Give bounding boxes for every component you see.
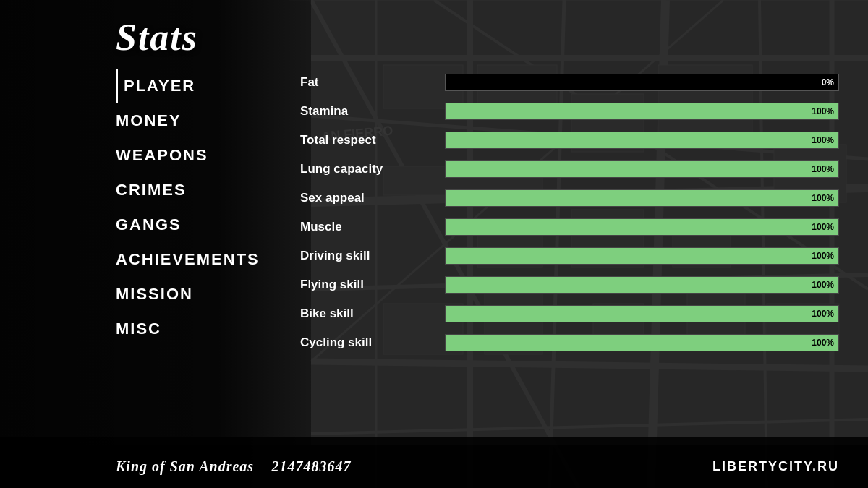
stat-bar-fill: 100% <box>446 161 838 177</box>
stat-bar-fill: 100% <box>446 190 838 206</box>
stat-value: 100% <box>812 251 834 261</box>
stat-bar-container: 100% <box>445 218 839 236</box>
stat-bar-bg: 100% <box>445 334 839 351</box>
stat-bar-container: 100% <box>445 160 839 178</box>
stat-bar-bg: 100% <box>445 276 839 294</box>
player-score: 2147483647 <box>272 458 352 474</box>
stat-name: Stamina <box>300 104 445 119</box>
title-area: Stats <box>0 0 868 66</box>
nav-item-crimes[interactable]: CRIMES <box>116 174 300 207</box>
stat-name: Lung capacity <box>300 162 445 176</box>
stat-bar-bg: 100% <box>445 189 839 207</box>
stat-row-7: Flying skill100% <box>300 272 839 298</box>
stat-bar-bg: 100% <box>445 218 839 236</box>
stat-value: 100% <box>812 309 834 319</box>
stat-bar-container: 100% <box>445 189 839 207</box>
stat-value: 0% <box>822 77 834 87</box>
stat-bar-container: 100% <box>445 305 839 322</box>
stat-row-2: Total respect100% <box>300 127 839 153</box>
stat-value: 100% <box>812 222 834 232</box>
stat-name: Driving skill <box>300 249 445 263</box>
bottom-bar: King of San Andreas 2147483647 LibertyCi… <box>0 445 868 488</box>
liberty-city-logo: LibertyCity.ru <box>712 459 839 474</box>
stat-name: Sex appeal <box>300 191 445 205</box>
nav-item-gangs[interactable]: GANGS <box>116 208 300 241</box>
stat-bar-bg: 100% <box>445 160 839 178</box>
stats-panel: Fat0%Stamina100%Total respect100%Lung ca… <box>300 66 868 445</box>
stat-value: 100% <box>812 164 834 174</box>
stat-name: Flying skill <box>300 278 445 292</box>
stat-bar-fill: 100% <box>446 219 838 235</box>
nav-item-money[interactable]: MONEY <box>116 104 300 137</box>
stat-name: Cycling skill <box>300 335 445 350</box>
stat-row-6: Driving skill100% <box>300 243 839 269</box>
stat-bar-container: 100% <box>445 247 839 265</box>
stat-name: Muscle <box>300 220 445 234</box>
stat-name: Bike skill <box>300 307 445 321</box>
stat-bar-container: 100% <box>445 276 839 294</box>
stat-row-1: Stamina100% <box>300 98 839 124</box>
player-title: King of San Andreas <box>116 458 254 474</box>
stat-value: 100% <box>812 106 834 116</box>
stat-bar-bg: 100% <box>445 103 839 120</box>
main-content: PLAYERMONEYWEAPONSCRIMESGANGSACHIEVEMENT… <box>0 66 868 488</box>
stat-bar-fill: 100% <box>446 277 838 293</box>
stat-bar-fill: 100% <box>446 103 838 119</box>
nav-item-achievements[interactable]: ACHIEVEMENTS <box>116 243 300 276</box>
stat-bar-fill: 100% <box>446 132 838 148</box>
stat-bar-container: 100% <box>445 334 839 351</box>
stat-row-9: Cycling skill100% <box>300 330 839 356</box>
stat-row-4: Sex appeal100% <box>300 185 839 211</box>
stat-bar-bg: 0% <box>445 74 839 91</box>
stat-value: 100% <box>812 193 834 203</box>
page-title: Stats <box>116 17 198 58</box>
nav-item-misc[interactable]: MISC <box>116 312 300 346</box>
stat-value: 100% <box>812 280 834 290</box>
stat-name: Fat <box>300 75 445 90</box>
stat-value: 100% <box>812 338 834 348</box>
nav-item-mission[interactable]: MISSION <box>116 278 300 311</box>
stat-name: Total respect <box>300 133 445 147</box>
stat-bar-container: 0% <box>445 74 839 91</box>
stat-row-3: Lung capacity100% <box>300 156 839 182</box>
stat-bar-bg: 100% <box>445 132 839 149</box>
stat-bar-fill: 100% <box>446 335 838 351</box>
left-navigation: PLAYERMONEYWEAPONSCRIMESGANGSACHIEVEMENT… <box>0 66 300 445</box>
stat-bar-bg: 100% <box>445 305 839 322</box>
player-info: King of San Andreas 2147483647 <box>116 458 352 475</box>
stat-row-8: Bike skill100% <box>300 301 839 327</box>
stat-bar-fill: 100% <box>446 248 838 264</box>
stat-row-0: Fat0% <box>300 69 839 95</box>
stat-value: 100% <box>812 135 834 145</box>
stat-row-5: Muscle100% <box>300 214 839 240</box>
stat-bar-container: 100% <box>445 132 839 149</box>
stat-bar-container: 100% <box>445 103 839 120</box>
nav-item-weapons[interactable]: WEAPONS <box>116 139 300 172</box>
nav-item-player[interactable]: PLAYER <box>116 69 300 103</box>
stat-bar-fill: 100% <box>446 306 838 322</box>
stat-bar-bg: 100% <box>445 247 839 265</box>
